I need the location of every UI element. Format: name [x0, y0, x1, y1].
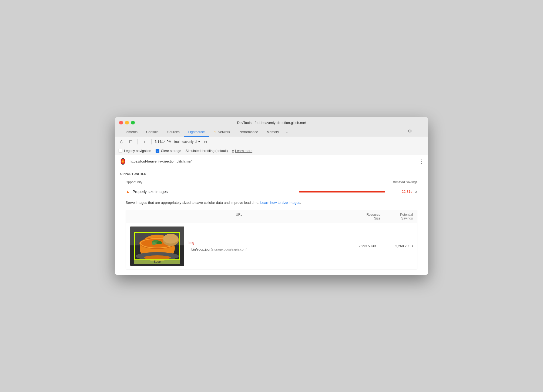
- device-toggle-icon[interactable]: ☐: [127, 138, 134, 145]
- minimize-button[interactable]: [125, 121, 129, 124]
- tab-lighthouse-label: Lighthouse: [188, 130, 205, 134]
- opportunity-header[interactable]: ▲ Properly size images 22.31s ∧: [120, 186, 423, 197]
- col-savings-header: Estimated Savings: [391, 180, 417, 184]
- row-resource-size: 2,293.5 KiB: [344, 244, 376, 248]
- chevron-down-icon: ▾: [198, 140, 200, 144]
- tab-network[interactable]: ⚠ Network: [209, 128, 234, 137]
- opportunity-bar-container: [299, 191, 393, 192]
- detail-table: URL ResourceSize PotentialSavings: [126, 210, 417, 269]
- table-header: Opportunity Estimated Savings: [120, 179, 423, 186]
- options-bar: Legacy navigation Clear storage Simulate…: [115, 147, 428, 155]
- image-overlay: [134, 232, 180, 260]
- image-preview-container: Soop: [130, 227, 184, 266]
- no-entry-symbol: ⊘: [204, 140, 207, 144]
- tab-console[interactable]: Console: [142, 128, 163, 137]
- opportunity-bar: [299, 191, 385, 192]
- learn-more-link[interactable]: ▾ Learn more: [232, 149, 252, 153]
- url-text: https://foul-heavenly-direction.glitch.m…: [130, 159, 416, 163]
- tab-network-label: Network: [218, 130, 230, 134]
- toolbar-separator: [138, 139, 138, 144]
- legacy-navigation-label: Legacy navigation: [124, 149, 151, 153]
- col-potential-savings-header: PotentialSavings: [380, 213, 413, 220]
- expand-chevron-icon[interactable]: ∧: [415, 190, 417, 194]
- clear-storage-checkbox[interactable]: [156, 149, 159, 153]
- svg-text:Soop: Soop: [154, 260, 161, 263]
- row-tag: img: [189, 241, 339, 245]
- toolbar: ⬡ ☐ + 3:14:14 PM - foul-heavenly-di ▾ ⊘: [115, 137, 428, 147]
- settings-icon[interactable]: ⚙: [406, 127, 414, 135]
- clear-storage-option[interactable]: Clear storage: [156, 149, 181, 153]
- window-controls: [119, 121, 135, 124]
- no-entry-icon[interactable]: ⊘: [202, 138, 209, 145]
- tab-performance-label: Performance: [239, 130, 258, 134]
- tab-elements[interactable]: Elements: [119, 128, 142, 137]
- opportunity-row: ▲ Properly size images 22.31s ∧ Serve im…: [120, 186, 423, 275]
- col-url-header: URL: [130, 213, 348, 220]
- session-label: 3:14:14 PM - foul-heavenly-di: [155, 140, 197, 144]
- tab-elements-label: Elements: [123, 130, 138, 134]
- title-bar: DevTools - foul-heavenly-direction.glitc…: [115, 117, 428, 137]
- col-opportunity-header: Opportunity: [126, 180, 142, 184]
- opportunity-title: Properly size images: [133, 190, 296, 194]
- network-warning-icon: ⚠: [213, 130, 216, 134]
- session-dropdown[interactable]: 3:14:14 PM - foul-heavenly-di ▾: [155, 140, 200, 144]
- legacy-navigation-checkbox[interactable]: [119, 149, 122, 153]
- legacy-navigation-option[interactable]: Legacy navigation: [119, 149, 151, 153]
- devtools-window: DevTools - foul-heavenly-direction.glitc…: [115, 117, 428, 275]
- detail-description: Serve images that are appropriately-size…: [126, 200, 417, 206]
- detail-table-header: URL ResourceSize PotentialSavings: [126, 210, 417, 223]
- tab-performance[interactable]: Performance: [234, 128, 263, 137]
- tab-icons: ⚙ ⋮: [406, 127, 424, 137]
- image-preview: Soop: [130, 227, 184, 266]
- tab-more-button[interactable]: »: [283, 128, 290, 137]
- tab-lighthouse[interactable]: Lighthouse: [184, 128, 209, 137]
- tabs-bar: Elements Console Sources Lighthouse ⚠ Ne…: [119, 127, 424, 137]
- tab-sources-label: Sources: [167, 130, 180, 134]
- learn-how-link[interactable]: Learn how to size images: [260, 201, 300, 205]
- url-more-icon[interactable]: ⋮: [419, 158, 424, 164]
- main-content: 🏮 https://foul-heavenly-direction.glitch…: [115, 155, 428, 275]
- window-title: DevTools - foul-heavenly-direction.glitc…: [237, 121, 306, 125]
- row-filename: ...big/soop.jpg: [189, 248, 210, 251]
- row-filename-source: ...big/soop.jpg (storage.googleapis.com): [189, 247, 339, 252]
- chevron-down-icon-throttling: ▾: [232, 149, 234, 153]
- row-info: img ...big/soop.jpg (storage.googleapis.…: [189, 241, 339, 252]
- customize-icon[interactable]: ⋮: [416, 127, 424, 135]
- row-potential-savings: 2,268.2 KiB: [380, 244, 413, 248]
- opportunities-title: OPPORTUNITIES: [120, 172, 423, 175]
- lighthouse-icon: 🏮: [119, 158, 126, 165]
- clear-storage-label: Clear storage: [161, 149, 181, 153]
- tab-sources[interactable]: Sources: [163, 128, 184, 137]
- close-button[interactable]: [119, 121, 123, 124]
- cursor-icon[interactable]: ⬡: [118, 138, 125, 145]
- row-source: (storage.googleapis.com): [211, 248, 247, 251]
- tab-memory[interactable]: Memory: [262, 128, 283, 137]
- add-icon[interactable]: +: [141, 138, 148, 145]
- tab-memory-label: Memory: [267, 130, 279, 134]
- toolbar-separator-2: [151, 139, 152, 144]
- throttling-label: Simulated throttling (default): [186, 149, 228, 153]
- learn-more-text: Learn more: [235, 149, 252, 153]
- maximize-button[interactable]: [131, 121, 135, 124]
- opportunity-details: Serve images that are appropriately-size…: [120, 197, 423, 275]
- opportunity-warning-icon: ▲: [126, 189, 130, 194]
- col-resource-size-header: ResourceSize: [348, 213, 380, 220]
- url-bar: 🏮 https://foul-heavenly-direction.glitch…: [115, 155, 428, 168]
- tab-console-label: Console: [146, 130, 159, 134]
- table-row: Soop img ...big/soop.jpg (storage.google…: [126, 223, 417, 269]
- opportunity-savings: 22.31s: [396, 190, 412, 194]
- opportunities-section: OPPORTUNITIES Opportunity Estimated Savi…: [115, 168, 428, 275]
